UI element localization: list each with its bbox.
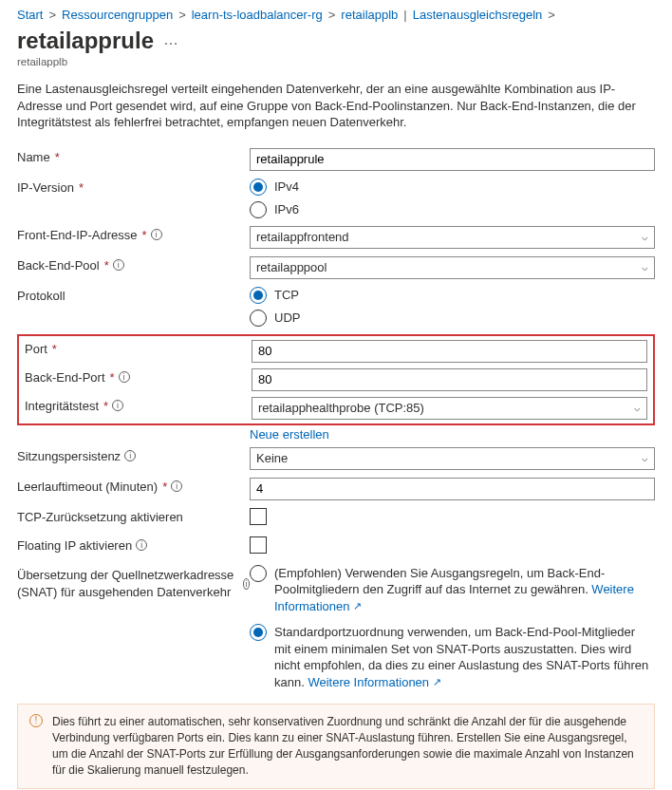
chevron-down-icon: ⌵ [642,231,648,243]
floating-ip-checkbox[interactable] [250,536,267,554]
highlighted-section: Port* Back-End-Port* i Integritätstest* … [17,334,655,425]
radio-snat-outbound-rules[interactable] [250,565,267,582]
option-udp: UDP [274,310,300,325]
create-new-link[interactable]: Neue erstellen [250,427,329,442]
label-port: Port [25,342,47,356]
label-ip-version: IP-Version [17,180,74,195]
more-actions-icon[interactable]: … [163,31,178,48]
required-icon: * [55,150,60,164]
label-snat: Übersetzung der Quellnetzwerkadresse (SN… [17,567,239,601]
info-icon[interactable]: i [113,259,124,271]
radio-ipv6[interactable] [250,201,267,218]
frontend-ip-select[interactable]: retailappfrontend⌵ [250,226,655,249]
snat-more-info-link-2[interactable]: Weitere Informationen ↗ [308,675,440,689]
crumb-retailapplb[interactable]: retailapplb [341,8,398,22]
required-icon: * [103,399,108,413]
name-input[interactable] [250,148,655,171]
warning-icon: ! [29,714,43,727]
required-icon: * [141,228,146,242]
crumb-resource-groups[interactable]: Ressourcengruppen [62,8,173,22]
port-input[interactable] [252,340,647,363]
required-icon: * [162,480,167,494]
chevron-down-icon: ⌵ [642,452,648,464]
radio-udp[interactable] [250,310,267,327]
info-icon[interactable]: i [112,400,123,411]
external-link-icon: ↗ [433,676,441,687]
page-subtitle: retailapplb [17,56,655,67]
radio-ipv4[interactable] [250,179,267,196]
label-health-probe: Integritätstest [25,399,99,413]
external-link-icon: ↗ [353,600,362,611]
info-icon[interactable]: i [243,578,250,590]
label-session-persistence: Sitzungspersistenz [17,449,121,463]
chevron-right-icon: > [548,8,555,22]
info-icon[interactable]: i [136,539,147,551]
breadcrumb: Start> Ressourcengruppen> learn-ts-loadb… [17,0,655,26]
backend-pool-select[interactable]: retailapppool⌵ [250,256,655,279]
chevron-right-icon: > [48,8,56,22]
health-probe-select[interactable]: retailapphealthprobe (TCP:85)⌵ [252,397,647,420]
chevron-down-icon: ⌵ [634,402,641,414]
frontend-ip-value: retailappfrontend [256,230,349,244]
label-idle-timeout: Leerlauftimeout (Minuten) [17,480,158,494]
label-protocol: Protokoll [17,289,65,303]
backend-pool-value: retailapppool [256,260,327,274]
label-backend-pool: Back-End-Pool [17,258,100,273]
chevron-right-icon: > [178,8,186,22]
label-frontend-ip: Front-End-IP-Adresse [17,228,137,242]
session-persistence-select[interactable]: Keine⌵ [250,447,655,470]
option-tcp: TCP [274,288,299,302]
crumb-lb-rules[interactable]: Lastenausgleichsregeln [413,8,543,22]
health-probe-value: retailapphealthprobe (TCP:85) [258,401,424,415]
info-icon[interactable]: i [151,229,162,240]
radio-snat-default-port[interactable] [250,624,267,641]
snat-option-1-text: (Empfohlen) Verwenden Sie Ausgangsregeln… [274,565,655,615]
label-backend-port: Back-End-Port [25,370,105,385]
option-ipv4: IPv4 [274,179,299,194]
radio-tcp[interactable] [250,287,267,304]
crumb-learn-rg[interactable]: learn-ts-loadbalancer-rg [192,8,323,22]
separator: | [403,8,406,22]
backend-port-input[interactable] [252,368,647,391]
option-ipv6: IPv6 [274,202,299,216]
session-persistence-value: Keine [256,451,288,465]
info-icon[interactable]: i [119,371,130,383]
required-icon: * [52,342,57,356]
page-title: retailapprule [17,28,154,54]
chevron-right-icon: > [328,8,336,22]
label-tcp-reset: TCP-Zurücksetzung aktivieren [17,510,183,524]
tcp-reset-checkbox[interactable] [250,508,267,525]
crumb-start[interactable]: Start [17,8,43,22]
required-icon: * [79,180,84,195]
chevron-down-icon: ⌵ [642,261,648,273]
label-floating-ip: Floating IP aktivieren [17,538,132,553]
required-icon: * [104,258,109,273]
warning-box: ! Dies führt zu einer automatischen, seh… [17,704,655,788]
info-icon[interactable]: i [124,450,136,461]
snat-option-2-text: Standardportzuordnung verwenden, um Back… [274,624,655,690]
info-icon[interactable]: i [171,480,182,492]
idle-timeout-input[interactable] [250,478,655,500]
label-name: Name [17,150,50,164]
warning-text: Dies führt zu einer automatischen, sehr … [52,714,643,778]
required-icon: * [110,370,115,385]
description-text: Eine Lastenausgleichsregel verteilt eing… [17,81,655,131]
